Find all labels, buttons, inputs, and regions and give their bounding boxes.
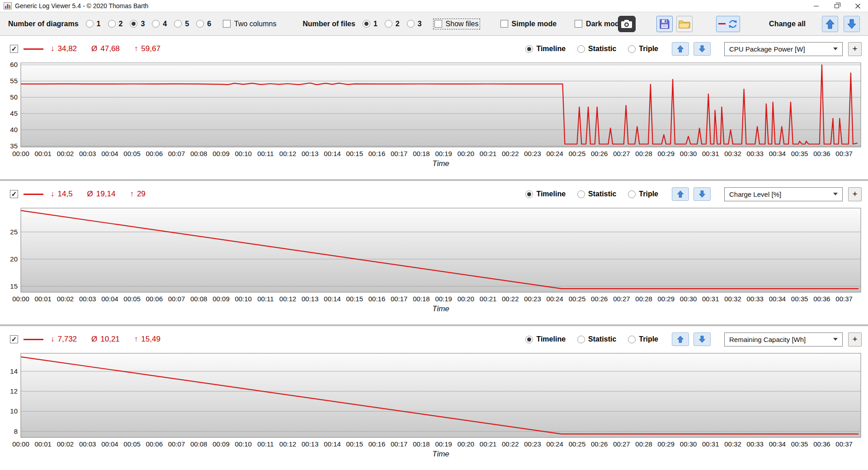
svg-text:00:37: 00:37 <box>835 150 853 157</box>
save-icon <box>659 19 670 29</box>
camera-icon <box>621 19 632 28</box>
minimize-button[interactable] <box>806 0 826 12</box>
add-series-button[interactable]: + <box>848 42 862 56</box>
save-button[interactable] <box>656 16 673 32</box>
measurement-select[interactable]: Charge Level [%] <box>724 187 843 201</box>
checkbox-label: Show files <box>446 20 479 28</box>
diagram-count-radio-1[interactable]: 1 <box>86 20 101 28</box>
move-down-button[interactable] <box>693 187 711 201</box>
radio-icon <box>174 20 182 28</box>
statistic-radio[interactable]: Statistic <box>577 190 616 198</box>
svg-text:00:04: 00:04 <box>101 150 118 157</box>
series-visible-checkbox[interactable]: ✓ <box>10 45 18 53</box>
min-icon: ↓ <box>51 335 55 344</box>
folder-icon <box>679 19 690 29</box>
move-up-button[interactable] <box>672 42 689 56</box>
refresh-icon <box>728 19 738 29</box>
series-visible-checkbox[interactable]: ✓ <box>10 190 18 198</box>
window-title: Generic Log Viewer 5.4 - © 2020 Thomas B… <box>15 2 148 9</box>
svg-text:00:29: 00:29 <box>658 440 675 448</box>
toolbar: Number of diagrams 1 2 3 4 5 6 Two colum… <box>0 12 868 36</box>
radio-label: Triple <box>639 335 658 343</box>
file-count-radio-3[interactable]: 3 <box>407 20 422 28</box>
view-mode-radios: Timeline Statistic Triple <box>525 45 658 53</box>
svg-text:00:24: 00:24 <box>546 295 563 303</box>
view-mode-radios: Timeline Statistic Triple <box>525 335 658 343</box>
svg-text:00:22: 00:22 <box>502 150 519 157</box>
measurement-select[interactable]: CPU Package Power [W] <box>724 42 843 56</box>
svg-text:8: 8 <box>14 427 18 435</box>
panel-header: ✓ ↓7,732 Ø10,21 ↑15,49 Timeline Statisti… <box>0 330 868 348</box>
svg-text:20: 20 <box>10 255 18 263</box>
move-down-button[interactable] <box>693 332 711 346</box>
triple-radio[interactable]: Triple <box>628 45 658 53</box>
screenshot-button[interactable] <box>618 16 636 32</box>
dark-mode-checkbox[interactable]: Dark mode <box>575 20 623 28</box>
diagram-count-radio-4[interactable]: 4 <box>152 20 167 28</box>
triple-radio[interactable]: Triple <box>628 190 658 198</box>
min-icon: ↓ <box>51 190 55 199</box>
move-up-button[interactable] <box>672 332 689 346</box>
svg-text:00:34: 00:34 <box>769 440 786 448</box>
radio-label: 6 <box>207 20 211 28</box>
radio-icon <box>385 20 392 28</box>
svg-text:00:29: 00:29 <box>658 295 675 303</box>
triple-radio[interactable]: Triple <box>628 335 658 343</box>
diagram-panel-1: ✓ ↓34,82 Ø47,68 ↑59,67 Timeline Statisti… <box>0 36 868 179</box>
svg-text:00:29: 00:29 <box>658 150 675 157</box>
radio-icon <box>628 336 636 343</box>
restore-button[interactable] <box>826 0 847 12</box>
statistic-radio[interactable]: Statistic <box>577 45 616 53</box>
diagram-count-radio-2[interactable]: 2 <box>108 20 123 28</box>
close-button[interactable] <box>847 0 868 12</box>
svg-text:00:13: 00:13 <box>302 295 319 303</box>
timeline-radio[interactable]: Timeline <box>525 45 566 53</box>
svg-text:00:00: 00:00 <box>12 150 29 157</box>
reload-button[interactable] <box>716 16 740 32</box>
max-value: 15,49 <box>141 335 160 344</box>
diagram-count-radio-5[interactable]: 5 <box>174 20 189 28</box>
svg-text:00:23: 00:23 <box>524 295 541 303</box>
series-visible-checkbox[interactable]: ✓ <box>10 335 18 343</box>
series-stats: ↓34,82 Ø47,68 ↑59,67 <box>51 44 160 53</box>
two-columns-checkbox[interactable]: Two columns <box>223 20 276 28</box>
svg-text:00:08: 00:08 <box>190 150 208 157</box>
radio-icon <box>525 45 533 53</box>
timeline-radio[interactable]: Timeline <box>525 190 566 198</box>
move-up-button[interactable] <box>672 187 689 201</box>
diagram-panel-3: ✓ ↓7,732 Ø10,21 ↑15,49 Timeline Statisti… <box>0 326 868 470</box>
svg-text:00:14: 00:14 <box>324 150 341 157</box>
svg-text:00:03: 00:03 <box>79 440 96 448</box>
svg-text:00:22: 00:22 <box>502 295 519 303</box>
add-series-button[interactable]: + <box>848 332 862 347</box>
svg-text:00:09: 00:09 <box>212 295 230 303</box>
open-file-button[interactable] <box>676 16 693 32</box>
file-count-radio-1[interactable]: 1 <box>363 20 377 28</box>
diagram-count-radio-6[interactable]: 6 <box>196 20 211 28</box>
statistic-radio[interactable]: Statistic <box>577 335 616 343</box>
change-all-up-button[interactable] <box>822 16 838 32</box>
timeline-radio[interactable]: Timeline <box>525 335 566 343</box>
svg-text:00:00: 00:00 <box>12 295 29 303</box>
svg-text:00:16: 00:16 <box>368 150 386 157</box>
file-count-radio-2[interactable]: 2 <box>385 20 400 28</box>
svg-text:00:28: 00:28 <box>635 440 652 448</box>
svg-text:00:21: 00:21 <box>480 150 497 157</box>
series-legend-line <box>24 194 43 195</box>
timeline-chart: 35404550556000:0000:0100:0200:0300:0400:… <box>1 61 867 169</box>
svg-text:00:03: 00:03 <box>79 150 96 157</box>
svg-text:00:20: 00:20 <box>458 150 475 157</box>
files-label: Number of files <box>302 20 355 28</box>
add-series-button[interactable]: + <box>848 187 862 201</box>
measurement-select[interactable]: Remaining Capacity [Wh] <box>724 332 843 347</box>
change-all-down-button[interactable] <box>844 16 860 32</box>
diagram-count-radio-3[interactable]: 3 <box>130 20 145 28</box>
simple-mode-checkbox[interactable]: Simple mode <box>500 20 557 28</box>
show-files-checkbox[interactable]: Show files <box>434 20 479 28</box>
radio-label: Statistic <box>588 45 616 53</box>
svg-text:00:14: 00:14 <box>324 295 341 303</box>
move-down-button[interactable] <box>693 42 711 56</box>
svg-text:00:08: 00:08 <box>190 440 208 448</box>
svg-text:00:02: 00:02 <box>57 150 74 157</box>
svg-text:00:12: 00:12 <box>279 295 297 303</box>
